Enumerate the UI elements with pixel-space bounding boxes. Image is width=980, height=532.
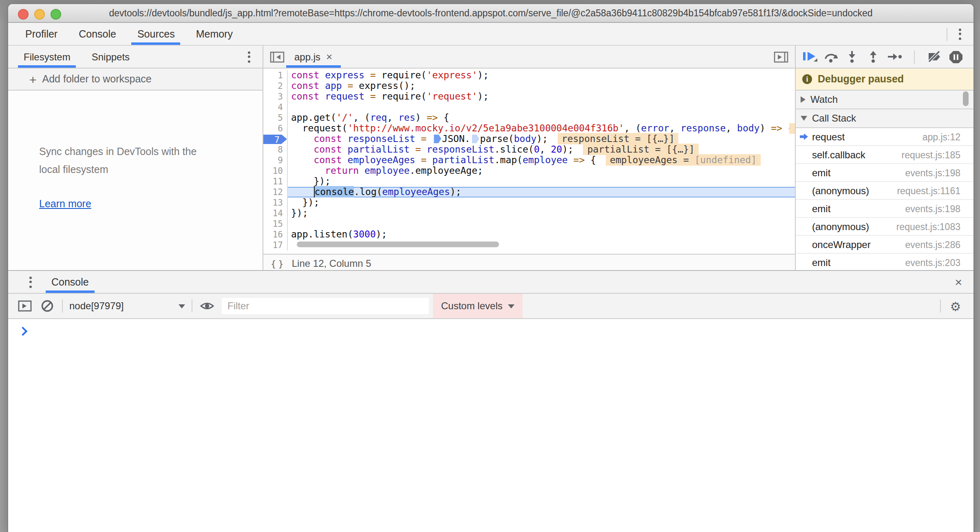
drawer-tab-console[interactable]: Console — [41, 271, 99, 293]
line-number-10[interactable]: 10 — [263, 166, 288, 176]
line-number-16[interactable]: 16 — [263, 229, 288, 240]
code-line-16[interactable]: 16app.listen(3000); — [263, 229, 795, 240]
log-levels-dropdown[interactable]: Custom levels — [433, 294, 523, 318]
main-tab-console[interactable]: Console — [68, 23, 127, 45]
call-stack-frame[interactable]: emitevents.js:198 — [796, 200, 973, 218]
navigator-tab-filesystem[interactable]: Filesystem — [13, 46, 81, 68]
horizontal-scrollbar-thumb[interactable] — [297, 242, 499, 247]
deactivate-breakpoints-button[interactable] — [926, 49, 942, 64]
learn-more-link[interactable]: Learn more — [39, 198, 91, 210]
pause-on-exceptions-button[interactable] — [947, 49, 964, 64]
call-stack-frame[interactable]: emitevents.js:198 — [796, 164, 973, 182]
close-tab-icon[interactable] — [326, 51, 332, 62]
code-line-13[interactable]: 13 }); — [263, 197, 795, 208]
step-into-button[interactable] — [844, 49, 860, 64]
console-messages-area[interactable] — [8, 319, 973, 532]
main-tab-profiler[interactable]: Profiler — [15, 23, 68, 45]
hide-debugger-sidebar-icon[interactable] — [772, 46, 790, 68]
show-console-sidebar-icon[interactable] — [16, 298, 33, 314]
add-folder-button[interactable]: Add folder to workspace — [8, 69, 263, 91]
live-expression-eye-icon[interactable] — [199, 298, 215, 314]
line-number-9[interactable]: 9 — [263, 155, 288, 166]
call-stack-frame[interactable]: self.callbackrequest.js:185 — [796, 146, 973, 164]
line-number-4[interactable]: 4 — [263, 102, 288, 113]
toolbar-separator — [192, 299, 192, 313]
code-line-6[interactable]: 6 request('http://www.mocky.io/v2/5e1a9a… — [263, 123, 795, 134]
console-filter-input[interactable] — [222, 298, 429, 314]
main-menu-kebab-icon[interactable] — [954, 27, 965, 40]
code-line-11[interactable]: 11 }); — [263, 176, 795, 187]
line-number-6[interactable]: 6 — [263, 123, 288, 134]
code-text: return employee.employeeAge; — [288, 166, 795, 176]
breakpoint-badge[interactable]: 7 — [263, 134, 287, 144]
file-tab-appjs[interactable]: app.js — [286, 46, 340, 68]
call-stack-frame[interactable]: onceWrapperevents.js:286 — [796, 236, 973, 254]
line-number-13[interactable]: 13 — [263, 197, 288, 208]
call-stack-frame[interactable]: requestapp.js:12 — [796, 128, 973, 146]
step-over-button[interactable] — [823, 49, 839, 64]
code-line-4[interactable]: 4 — [263, 102, 795, 113]
source-code-editor[interactable]: 1const express = require('express');2con… — [263, 69, 795, 254]
code-line-7[interactable]: 7 const responseList = JSON.parse(body);… — [263, 134, 795, 144]
hide-navigator-icon[interactable] — [268, 46, 286, 68]
drawer-menu-kebab-icon[interactable] — [24, 275, 36, 288]
step-out-button[interactable] — [865, 49, 881, 64]
code-line-9[interactable]: 9 const employeeAges = partialList.map(e… — [263, 155, 795, 166]
close-drawer-button[interactable] — [955, 271, 962, 293]
console-prompt-icon — [18, 327, 28, 336]
frame-function-name: (anonymous) — [812, 221, 869, 232]
pretty-print-icon[interactable] — [271, 258, 282, 269]
call-stack-section-header[interactable]: Call Stack — [796, 109, 973, 128]
code-text: const partialList = responseList.slice(0… — [288, 144, 795, 155]
main-tab-memory[interactable]: Memory — [185, 23, 243, 45]
clear-console-icon[interactable] — [39, 298, 55, 314]
code-line-1[interactable]: 1const express = require('express'); — [263, 70, 795, 81]
sidebar-scrollbar-thumb[interactable] — [963, 91, 969, 106]
code-line-8[interactable]: 8 const partialList = responseList.slice… — [263, 144, 795, 155]
watch-label: Watch — [810, 94, 838, 105]
paused-execution-token: console — [313, 186, 354, 197]
line-number-8[interactable]: 8 — [263, 144, 288, 155]
line-number-12[interactable]: 12 — [263, 187, 288, 197]
line-number-11[interactable]: 11 — [263, 176, 288, 187]
code-line-5[interactable]: 5app.get('/', (req, res) => { — [263, 113, 795, 123]
code-text: const request = require('request'); — [288, 91, 795, 102]
line-number-3[interactable]: 3 — [263, 91, 288, 102]
toolbar-separator — [914, 50, 915, 63]
zoom-window-button[interactable] — [51, 9, 61, 19]
close-window-button[interactable] — [18, 9, 29, 19]
line-number-5[interactable]: 5 — [263, 113, 288, 123]
code-line-12[interactable]: 12 console.log(employeeAges); — [263, 187, 795, 197]
step-button[interactable] — [886, 49, 903, 64]
line-number-15[interactable]: 15 — [263, 219, 288, 229]
code-line-2[interactable]: 2const app = express(); — [263, 81, 795, 91]
code-text: request('http://www.mocky.io/v2/5e1a9abe… — [288, 123, 795, 134]
title-bar: devtools://devtools/bundled/js_app.html?… — [8, 4, 973, 23]
code-line-10[interactable]: 10 return employee.employeeAge; — [263, 166, 795, 176]
call-stack-frame[interactable]: emitevents.js:203 — [796, 254, 973, 270]
navigator-tab-snippets[interactable]: Snippets — [81, 46, 140, 68]
console-settings-gear-icon[interactable] — [947, 298, 964, 314]
resume-script-button[interactable] — [801, 49, 818, 64]
code-line-15[interactable]: 15 — [263, 219, 795, 229]
call-stack-frame[interactable]: (anonymous)request.js:1083 — [796, 218, 973, 236]
call-stack-frame[interactable]: (anonymous)request.js:1161 — [796, 182, 973, 200]
plus-icon — [29, 73, 37, 85]
main-tabbar-right — [940, 23, 973, 45]
continue-to-location-marker[interactable] — [434, 134, 441, 143]
line-number-2[interactable]: 2 — [263, 81, 288, 91]
execution-context-selector[interactable]: node[97979] — [69, 300, 185, 312]
minimize-window-button[interactable] — [34, 9, 45, 19]
main-tab-sources[interactable]: Sources — [127, 23, 185, 45]
code-line-14[interactable]: 14}); — [263, 208, 795, 219]
editor-tab-strip: app.js — [263, 46, 795, 69]
watch-section-header[interactable]: Watch — [796, 91, 973, 109]
line-number-14[interactable]: 14 — [263, 208, 288, 219]
continue-to-location-marker[interactable] — [472, 134, 479, 143]
line-number-17[interactable]: 17 — [263, 240, 288, 250]
code-line-3[interactable]: 3const request = require('request'); — [263, 91, 795, 102]
navigator-menu-kebab-icon[interactable] — [243, 50, 254, 63]
line-number-7[interactable]: 7 — [263, 134, 288, 144]
debugger-sidebar: Debugger paused Watch Call Stack request… — [796, 46, 973, 270]
line-number-1[interactable]: 1 — [263, 70, 288, 81]
